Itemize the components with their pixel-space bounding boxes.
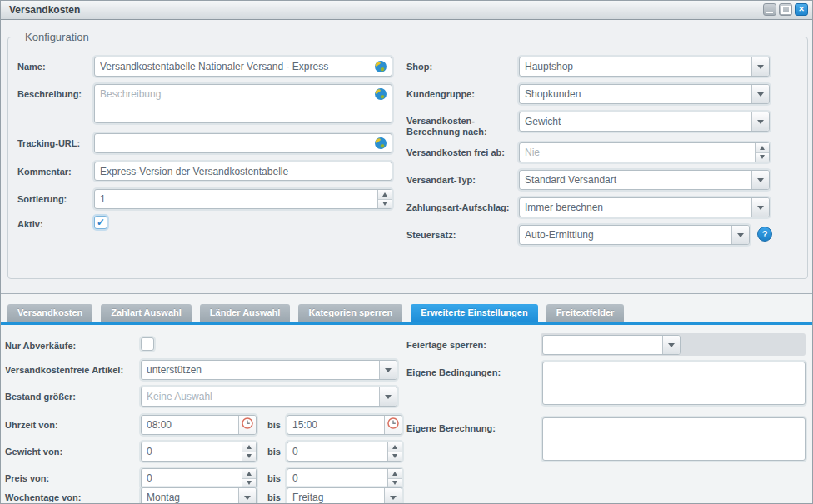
berechnung-nach-value[interactable] <box>519 112 770 132</box>
eigene-bedingungen-textarea[interactable] <box>542 362 806 405</box>
chevron-down-icon <box>737 233 744 237</box>
close-button[interactable]: ✕ <box>795 3 808 16</box>
arrow-up-icon <box>382 192 387 197</box>
tab-versandkosten[interactable]: Versandkosten <box>7 304 92 322</box>
dropdown-trigger[interactable] <box>379 361 397 379</box>
time-picker-trigger[interactable] <box>384 416 402 434</box>
tabstrip: Versandkosten Zahlart Auswahl Länder Aus… <box>7 304 624 322</box>
preis-von-field <box>141 468 257 488</box>
beschreibung-textarea[interactable] <box>94 84 392 123</box>
globe-icon[interactable] <box>374 137 387 150</box>
berechnung-nach-label: Versandkosten-Berechnung nach: <box>406 116 516 137</box>
preis-bis-input[interactable] <box>287 468 402 488</box>
spinner-down-button[interactable] <box>242 452 256 462</box>
dropdown-trigger[interactable] <box>751 85 769 103</box>
versandkostenfreie-artikel-value[interactable] <box>141 360 397 380</box>
name-label: Name: <box>17 62 46 72</box>
help-icon[interactable]: ? <box>757 227 772 242</box>
uhrzeit-bis-field[interactable] <box>287 415 402 435</box>
versandart-typ-value[interactable] <box>519 170 770 190</box>
spinner-up-button[interactable] <box>242 469 256 479</box>
dropdown-trigger[interactable] <box>751 171 769 189</box>
spinner-down-button[interactable] <box>242 479 256 488</box>
maximize-icon <box>781 6 791 14</box>
kundengruppe-value[interactable] <box>519 84 770 104</box>
tab-zahlart-auswahl[interactable]: Zahlart Auswahl <box>101 304 192 322</box>
eigene-berechnung-textarea[interactable] <box>542 417 806 461</box>
versandart-typ-combobox[interactable] <box>519 170 770 190</box>
name-input[interactable] <box>94 57 392 77</box>
nur-abverkaeufe-checkbox[interactable] <box>141 337 154 351</box>
spinner-down-button[interactable] <box>388 452 402 462</box>
kommentar-input[interactable] <box>94 162 392 181</box>
spinner-up-button[interactable] <box>388 469 402 479</box>
versandkostenfreie-artikel-combobox[interactable] <box>141 360 397 380</box>
dropdown-trigger[interactable] <box>384 488 402 504</box>
time-picker-trigger[interactable] <box>238 416 256 434</box>
aktiv-checkbox[interactable] <box>94 216 107 229</box>
uhrzeit-von-label: Uhrzeit von: <box>5 420 58 431</box>
zahlungsart-aufschlag-combobox[interactable] <box>519 197 770 217</box>
bis-label: bis <box>267 420 281 430</box>
spinner-down-button[interactable] <box>378 200 392 209</box>
tab-erweiterte-einstellungen[interactable]: Erweiterte Einstellungen <box>411 304 537 322</box>
window-title: Versandkosten <box>9 4 80 16</box>
feiertage-sperren-value[interactable] <box>542 335 681 355</box>
dropdown-trigger[interactable] <box>662 336 680 354</box>
bestand-groesser-value[interactable] <box>141 387 397 407</box>
aktiv-label: Aktiv: <box>17 219 43 230</box>
berechnung-nach-combobox[interactable] <box>519 112 770 132</box>
kundengruppe-combobox[interactable] <box>519 84 770 104</box>
minimize-icon <box>766 12 773 13</box>
shop-value[interactable] <box>519 57 770 77</box>
bis-label: bis <box>267 492 281 502</box>
bestand-groesser-combobox[interactable] <box>141 387 397 407</box>
sortierung-input[interactable] <box>94 189 392 209</box>
frei-ab-input[interactable] <box>519 142 770 162</box>
wochentage-bis-combobox[interactable] <box>287 487 402 504</box>
clock-icon <box>241 417 254 433</box>
maximize-button[interactable] <box>779 3 792 16</box>
frei-ab-spinner <box>755 143 769 162</box>
spinner-down-button[interactable] <box>388 479 402 488</box>
tracking-url-input[interactable] <box>94 133 392 153</box>
dropdown-trigger[interactable] <box>731 226 749 244</box>
steuersatz-value[interactable] <box>519 225 750 245</box>
gewicht-von-input[interactable] <box>141 442 257 462</box>
arrow-up-icon <box>760 146 765 150</box>
shop-combobox[interactable] <box>519 57 770 77</box>
konfiguration-legend: Konfiguration <box>19 31 95 43</box>
globe-icon[interactable] <box>374 87 387 101</box>
gewicht-bis-input[interactable] <box>287 442 402 462</box>
wochentage-von-combobox[interactable] <box>141 487 257 504</box>
window-controls: ✕ <box>763 3 808 16</box>
spinner-up-button[interactable] <box>242 442 256 452</box>
versandart-typ-label: Versandart-Typ: <box>406 175 476 186</box>
feiertage-sperren-combobox[interactable] <box>542 335 681 355</box>
preis-von-input[interactable] <box>141 468 257 488</box>
tab-laender-auswahl[interactable]: Länder Auswahl <box>200 304 291 322</box>
dropdown-trigger[interactable] <box>751 198 769 217</box>
globe-icon[interactable] <box>374 60 387 73</box>
spinner-up-button[interactable] <box>388 442 402 452</box>
tab-freitextfelder[interactable]: Freitextfelder <box>546 304 625 322</box>
sortierung-spinner <box>377 190 392 208</box>
preis-von-label: Preis von: <box>5 473 49 484</box>
minimize-button[interactable] <box>763 3 776 16</box>
bis-label: bis <box>267 447 281 457</box>
arrow-down-icon <box>382 202 387 206</box>
dropdown-trigger[interactable] <box>751 112 769 131</box>
spinner-up-button[interactable] <box>756 143 769 153</box>
gewicht-von-field <box>141 442 257 462</box>
steuersatz-combobox[interactable] <box>519 225 750 245</box>
spinner-down-button[interactable] <box>756 153 769 162</box>
spinner-up-button[interactable] <box>378 190 392 200</box>
dropdown-trigger[interactable] <box>238 488 256 504</box>
zahlungsart-aufschlag-value[interactable] <box>519 197 770 217</box>
bis-label: bis <box>267 473 281 483</box>
tab-kategorien-sperren[interactable]: Kategorien sperren <box>298 304 402 322</box>
chevron-down-icon <box>390 496 397 500</box>
uhrzeit-von-field[interactable] <box>141 415 257 435</box>
dropdown-trigger[interactable] <box>379 387 397 406</box>
dropdown-trigger[interactable] <box>751 57 769 76</box>
